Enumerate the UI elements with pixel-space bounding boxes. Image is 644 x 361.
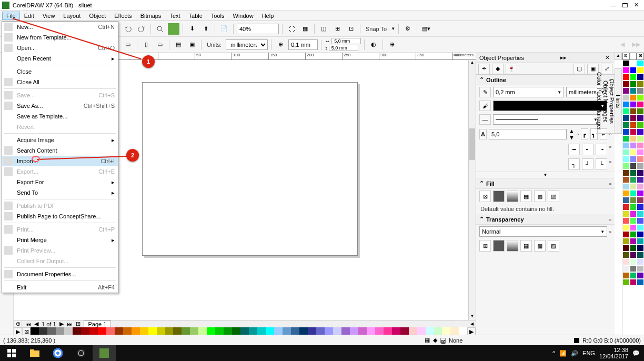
swatch-no-color-2[interactable]: ⊠ (637, 53, 644, 60)
gradient-transparency-button[interactable] (507, 240, 518, 252)
menu-item-save-as-template[interactable]: Save as Template... (2, 111, 118, 122)
menu-tools[interactable]: Tools (207, 12, 229, 20)
panel-header[interactable]: Object Properties ▸▸ ✕ (476, 53, 615, 63)
nudge-input[interactable] (288, 39, 318, 50)
color-swatch[interactable] (637, 101, 644, 108)
color-swatch[interactable] (637, 142, 644, 149)
color-swatch[interactable] (637, 265, 644, 272)
color-swatch[interactable] (630, 101, 637, 108)
color-swatch[interactable] (622, 87, 630, 94)
color-swatch[interactable] (637, 190, 644, 197)
search-button[interactable] (154, 23, 166, 35)
menu-item-export-for[interactable]: Export For▸ (2, 177, 118, 187)
color-swatch[interactable] (622, 94, 630, 101)
color-swatch[interactable] (630, 258, 637, 265)
file-explorer-button[interactable] (23, 345, 46, 361)
object-properties-tab[interactable]: Object Properties (609, 69, 615, 134)
color-swatch[interactable] (637, 94, 644, 101)
start-button[interactable] (0, 345, 23, 361)
position-3-button[interactable]: └ (596, 158, 607, 170)
color-swatch[interactable] (622, 265, 630, 272)
undo-button[interactable] (122, 23, 134, 35)
page-size-button[interactable]: ▭ (122, 39, 134, 51)
color-swatch[interactable] (622, 163, 630, 169)
menu-help[interactable]: Help (258, 12, 278, 20)
color-swatch[interactable] (622, 149, 630, 156)
fill-tab-icon[interactable]: ◆ (492, 64, 504, 74)
no-fill-button[interactable]: ⊠ (479, 190, 491, 202)
color-swatch[interactable] (622, 258, 630, 265)
texture-transparency-button[interactable]: ▩ (534, 240, 546, 252)
color-swatch[interactable] (630, 108, 637, 115)
color-swatch[interactable] (630, 142, 637, 149)
color-swatch[interactable] (630, 135, 637, 142)
uniform-transparency-button[interactable] (493, 240, 505, 252)
color-swatch[interactable] (630, 169, 637, 176)
color-swatch[interactable] (630, 122, 637, 128)
treat-as-filled-button[interactable]: ◐ (368, 39, 379, 51)
color-swatch[interactable] (637, 156, 644, 163)
color-swatch[interactable] (622, 115, 630, 122)
color-swatch[interactable] (622, 245, 630, 252)
tray-network-icon[interactable]: 📶 (559, 350, 567, 357)
color-swatch[interactable] (637, 67, 644, 74)
color-swatch[interactable] (630, 272, 637, 279)
first-page-button[interactable]: ⏮ (24, 321, 32, 327)
menu-item-close-all[interactable]: Close All (2, 77, 118, 87)
color-swatch[interactable] (622, 128, 630, 135)
prev-page-button[interactable]: ◀ (33, 320, 39, 327)
landscape-button[interactable]: ▭ (154, 39, 166, 51)
add-page-button[interactable]: ⊕ (14, 320, 22, 328)
add-page-after-button[interactable]: ⊞ (75, 320, 82, 327)
color-swatch[interactable] (622, 142, 630, 149)
pattern-fill-button[interactable]: ▦ (520, 190, 532, 202)
tray-expand-icon[interactable]: ^ (552, 350, 555, 356)
outline-width-select[interactable]: 0,2 mm▼ (493, 87, 564, 97)
export-button[interactable]: ⬆ (200, 23, 212, 35)
transparency-mode-select[interactable]: Normal▼ (479, 226, 607, 237)
color-swatch[interactable] (630, 176, 637, 183)
color-swatch[interactable] (622, 197, 630, 204)
menu-item-open-recent[interactable]: Open Recent▸ (2, 53, 118, 64)
menu-window[interactable]: Window (229, 12, 258, 20)
color-swatch[interactable] (637, 238, 644, 245)
color-swatch[interactable] (637, 245, 644, 252)
last-page-button[interactable]: ⏭ (66, 321, 74, 327)
menu-item-acquire-image[interactable]: Acquire Image▸ (2, 135, 118, 145)
color-swatch[interactable] (622, 252, 630, 258)
color-swatch[interactable] (630, 163, 637, 169)
color-swatch[interactable] (630, 231, 637, 238)
maximize-button[interactable]: 🗖 (619, 2, 630, 8)
texture-fill-button[interactable]: ▩ (534, 190, 546, 202)
color-swatch[interactable] (630, 190, 637, 197)
color-swatch[interactable] (637, 204, 644, 210)
minimize-button[interactable]: — (607, 2, 619, 8)
color-swatch[interactable] (622, 135, 630, 142)
snap-object-button[interactable]: ◫ (318, 23, 329, 35)
color-swatch[interactable] (630, 204, 637, 210)
color-swatch[interactable] (622, 238, 630, 245)
position-1-button[interactable]: ┐ (568, 158, 580, 170)
menu-edit[interactable]: Edit (20, 12, 38, 20)
color-swatch[interactable] (630, 74, 637, 81)
app-launcher-button[interactable]: ▤▾ (420, 23, 432, 35)
color-swatch[interactable] (622, 60, 630, 67)
menu-item-new[interactable]: New...Ctrl+N (2, 22, 118, 32)
color-swatch[interactable] (637, 115, 644, 122)
color-swatch[interactable] (630, 252, 637, 258)
close-button[interactable]: ✕ (630, 2, 642, 8)
color-swatch[interactable] (637, 183, 644, 190)
no-transparency-button[interactable]: ⊠ (479, 240, 491, 252)
color-swatch[interactable] (637, 81, 644, 87)
menu-item-publish-page-to-conceptshare[interactable]: Publish Page to ConceptShare... (2, 211, 118, 222)
color-swatch[interactable] (622, 279, 630, 286)
pen-tab-icon[interactable]: ✒ (478, 64, 490, 74)
menu-layout[interactable]: Layout (59, 12, 85, 20)
hints-tab[interactable]: Hints (615, 69, 621, 134)
all-pages-button[interactable]: ▤ (173, 39, 184, 51)
object-manager-tab[interactable]: Object Manager (602, 69, 609, 134)
color-swatch[interactable] (637, 197, 644, 204)
menu-item-search-content[interactable]: Search Content (2, 145, 118, 156)
color-swatch[interactable] (637, 231, 644, 238)
cap-1-button[interactable]: ━ (568, 144, 580, 155)
